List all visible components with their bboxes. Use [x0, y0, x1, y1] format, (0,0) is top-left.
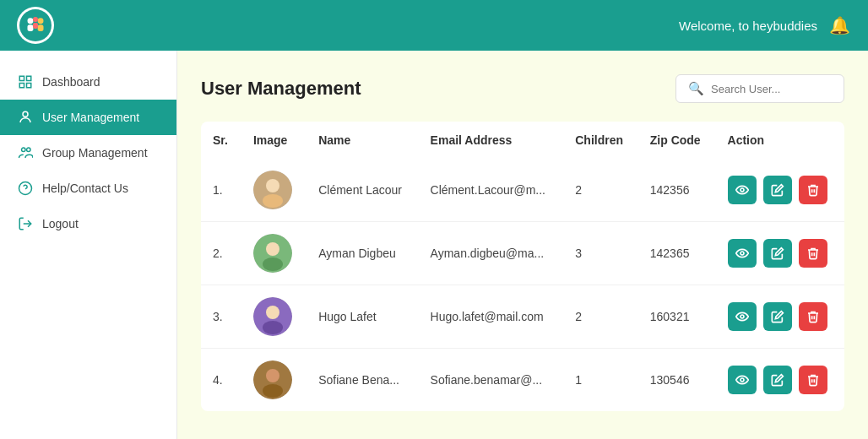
edit-button[interactable] — [763, 366, 792, 394]
svg-rect-8 — [27, 76, 31, 80]
avatar — [253, 171, 292, 209]
table-header-row: Sr. Image Name Email Address Children Zi… — [201, 122, 844, 159]
svg-rect-7 — [19, 76, 24, 80]
content-header: User Management 🔍 — [201, 74, 844, 103]
svg-point-28 — [741, 315, 744, 318]
sidebar-label-group-management: Group Management — [42, 146, 148, 160]
col-email: Email Address — [419, 122, 564, 159]
col-sr: Sr. — [201, 122, 241, 159]
cell-sr: 3. — [201, 285, 241, 349]
sidebar-item-help-contact[interactable]: Help/Contact Us — [0, 171, 176, 206]
cell-sr: 1. — [201, 159, 241, 222]
delete-button[interactable] — [799, 366, 827, 394]
cell-zip: 142365 — [638, 222, 716, 285]
svg-rect-9 — [19, 84, 24, 88]
cell-zip: 160321 — [638, 285, 716, 349]
svg-point-5 — [33, 17, 38, 22]
svg-point-23 — [263, 257, 283, 271]
sidebar-label-logout: Logout — [42, 217, 79, 230]
group-icon — [17, 144, 34, 161]
sidebar-item-dashboard[interactable]: Dashboard — [0, 64, 176, 100]
svg-point-19 — [263, 194, 283, 208]
col-zip: Zip Code — [638, 122, 716, 159]
sidebar-label-user-management: User Management — [42, 111, 139, 124]
view-button[interactable] — [728, 239, 757, 268]
view-button[interactable] — [728, 302, 757, 331]
cell-image — [241, 285, 307, 349]
table-row: 4. Sofiane Bena... Sofiane.benamar@... 1… — [201, 349, 844, 412]
cell-action — [716, 285, 844, 349]
cell-sr: 4. — [201, 349, 241, 412]
svg-point-11 — [23, 111, 28, 117]
edit-button[interactable] — [763, 239, 792, 268]
help-icon — [17, 180, 34, 197]
search-icon: 🔍 — [688, 81, 704, 96]
table-row: 2. Ayman Digbeu Ayman.digbeu@ma... 3 142… — [201, 222, 844, 285]
cell-action — [716, 349, 844, 412]
svg-point-30 — [266, 369, 279, 382]
table-row: 3. Hugo Lafet Hugo.lafet@mail.com 2 1603… — [201, 285, 844, 349]
cell-email: Clément.Lacour@m... — [419, 159, 564, 222]
view-button[interactable] — [728, 176, 757, 204]
delete-button[interactable] — [799, 239, 827, 268]
action-buttons — [728, 176, 833, 204]
app-header: Welcome, to heybuddies 🔔 — [0, 0, 868, 51]
logo-area — [17, 7, 54, 44]
svg-point-1 — [28, 18, 34, 24]
cell-email: Hugo.lafet@mail.com — [419, 285, 564, 349]
col-image: Image — [241, 122, 307, 159]
cell-name: Ayman Digbeu — [307, 222, 418, 285]
action-buttons — [728, 366, 833, 394]
svg-point-27 — [263, 321, 283, 334]
svg-rect-2 — [28, 24, 34, 31]
col-action: Action — [716, 122, 844, 159]
welcome-text: Welcome, to heybuddies — [679, 19, 817, 33]
cell-image — [241, 159, 307, 222]
search-input[interactable] — [711, 83, 832, 95]
edit-button[interactable] — [763, 302, 792, 331]
svg-rect-4 — [38, 24, 44, 31]
content-area: User Management 🔍 Sr. Image Name Email A… — [177, 51, 868, 439]
action-buttons — [728, 239, 833, 268]
svg-rect-10 — [27, 84, 31, 88]
edit-button[interactable] — [763, 176, 792, 204]
table-row: 1. Clément Lacour Clément.Lacour@m... 2 … — [201, 159, 844, 222]
user-table: Sr. Image Name Email Address Children Zi… — [201, 122, 844, 411]
logout-icon — [17, 215, 34, 232]
cell-name: Clément Lacour — [307, 159, 418, 222]
sidebar-label-dashboard: Dashboard — [42, 75, 100, 89]
sidebar-item-group-management[interactable]: Group Management — [0, 135, 176, 171]
cell-zip: 142356 — [638, 159, 716, 222]
sidebar-item-logout[interactable]: Logout — [0, 206, 176, 241]
search-box[interactable]: 🔍 — [675, 74, 844, 103]
svg-point-13 — [27, 148, 31, 152]
cell-zip: 130546 — [638, 349, 716, 412]
sidebar-item-user-management[interactable]: User Management — [0, 100, 176, 135]
cell-name: Hugo Lafet — [307, 285, 418, 349]
svg-point-18 — [266, 179, 279, 192]
cell-image — [241, 222, 307, 285]
notification-icon[interactable]: 🔔 — [827, 14, 851, 37]
cell-children: 2 — [563, 159, 638, 222]
svg-point-20 — [741, 188, 744, 192]
svg-point-32 — [741, 378, 744, 382]
delete-button[interactable] — [799, 176, 827, 204]
col-children: Children — [563, 122, 638, 159]
svg-point-24 — [741, 252, 744, 255]
user-icon — [17, 109, 34, 126]
cell-children: 3 — [563, 222, 638, 285]
delete-button[interactable] — [799, 302, 827, 331]
cell-children: 1 — [563, 349, 638, 412]
cell-image — [241, 349, 307, 412]
svg-point-3 — [38, 18, 44, 24]
avatar — [253, 234, 292, 273]
svg-point-31 — [263, 384, 283, 398]
sidebar: Dashboard User Management Group Manageme… — [0, 51, 177, 439]
svg-point-22 — [266, 242, 279, 256]
view-button[interactable] — [728, 366, 757, 394]
svg-point-12 — [22, 148, 26, 152]
page-title: User Management — [201, 78, 361, 100]
cell-action — [716, 222, 844, 285]
cell-children: 2 — [563, 285, 638, 349]
logo — [17, 7, 54, 44]
